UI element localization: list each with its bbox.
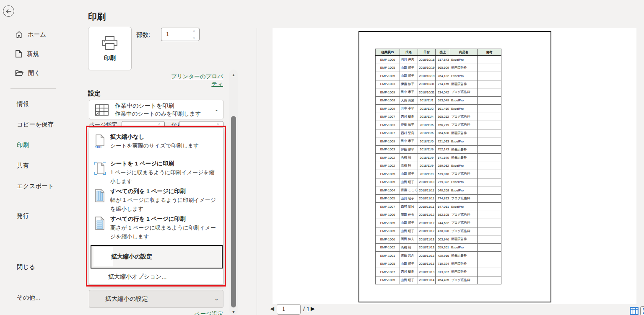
table-row: EMP-1003伊藤 修平2018/11/6156,719ブログ広告枠 bbox=[376, 121, 501, 129]
table-cell: EMP-1005 bbox=[376, 64, 400, 72]
table-cell: 647,051 bbox=[436, 203, 450, 211]
menu-item-scaling-options[interactable]: 拡大縮小オプション... bbox=[89, 271, 223, 283]
page-title: 印刷 bbox=[88, 11, 106, 23]
table-cell: 田中 孝平 bbox=[400, 88, 418, 97]
table-cell bbox=[478, 219, 501, 227]
table-cell: 2018/11/9 bbox=[418, 145, 436, 154]
sidebar-item-save-copy[interactable]: コピーを保存 bbox=[0, 120, 67, 129]
table-cell: ExcelPro bbox=[450, 203, 478, 211]
copies-stepper[interactable]: 1 ⌃ ⌄ bbox=[161, 28, 200, 41]
current-page-input[interactable]: 1 bbox=[277, 304, 301, 315]
copies-decrement-icon[interactable]: ⌄ bbox=[192, 35, 196, 39]
table-cell: EMP-1009 bbox=[376, 88, 400, 97]
sidebar-item-open[interactable]: 開く bbox=[0, 68, 67, 78]
table-row: EMP-1002高橋 翔2018/11/9571,670動画広告枠 bbox=[376, 154, 501, 162]
scaling-dropdown[interactable]: 拡大縮小の設定 ⌄ bbox=[89, 290, 223, 308]
pages-to-increment-icon[interactable]: ⌃ bbox=[216, 123, 220, 127]
scrollbar-up-icon[interactable]: ▲ bbox=[231, 73, 236, 77]
table-cell: 動画広告枠 bbox=[450, 154, 478, 162]
table-cell: 山田 昭子 bbox=[400, 72, 418, 80]
table-cell: EMP-1008 bbox=[376, 96, 400, 105]
pages-to-stepper[interactable]: ⌃ bbox=[179, 121, 223, 127]
table-cell bbox=[478, 121, 501, 129]
table-cell: 動画広告枠 bbox=[450, 260, 478, 268]
scrollbar-down-icon[interactable]: ▼ bbox=[231, 310, 236, 314]
sidebar-item-share[interactable]: 共有 bbox=[0, 161, 67, 170]
sidebar-item-export[interactable]: エクスポート bbox=[0, 181, 67, 191]
table-row: EMP-1009田中 孝平2018/10/31234,542ブログ広告枠 bbox=[376, 88, 501, 97]
printer-properties-link[interactable]: プリンターのプロパティ bbox=[166, 73, 223, 88]
table-cell: 動画広告枠 bbox=[450, 235, 478, 244]
table-cell: ブログ広告枠 bbox=[450, 194, 478, 203]
sidebar-item-home[interactable]: ホーム bbox=[0, 29, 67, 39]
sidebar-item-close[interactable]: 閉じる bbox=[0, 262, 67, 271]
scrollbar-thumb[interactable] bbox=[231, 116, 236, 307]
menu-item-fit-rows[interactable]: すべての行を 1 ページに印刷 高さが 1 ページに収まるように印刷イメージを縮… bbox=[89, 215, 223, 241]
table-header-cell: 商品名 bbox=[450, 49, 478, 56]
show-margins-button[interactable] bbox=[630, 307, 639, 315]
table-cell: EMP-1007 bbox=[376, 113, 400, 121]
sidebar-item-label: 新規 bbox=[27, 50, 39, 58]
back-button[interactable] bbox=[3, 5, 14, 17]
print-what-subtitle: 作業中のシートのみを印刷します bbox=[115, 110, 201, 118]
table-cell: 864,688 bbox=[436, 129, 450, 137]
table-cell: 2018/11/6 bbox=[418, 129, 436, 137]
table-cell: 752,143 bbox=[436, 145, 450, 154]
table-cell: ExcelPro bbox=[450, 186, 478, 195]
table-cell: 571,670 bbox=[436, 154, 450, 162]
table-cell: ブログ広告枠 bbox=[450, 170, 478, 178]
table-cell bbox=[478, 203, 501, 211]
sidebar-item-info[interactable]: 情報 bbox=[0, 99, 67, 108]
table-cell: 2018/11/9 bbox=[418, 154, 436, 162]
table-cell: ブログ広告枠 bbox=[450, 121, 478, 129]
table-row: EMP-1002高橋 翔2018/11/13659,361ExcelPro bbox=[376, 243, 501, 252]
page-setup-link[interactable]: ページ設定 bbox=[166, 310, 223, 315]
table-row: EMP-1001佐藤 賢介2018/11/13420,916動画広告枠 bbox=[376, 252, 501, 260]
table-row: EMP-1004斎藤 こころ2018/11/11640,268ExcelPro bbox=[376, 186, 501, 195]
table-cell: 2018/11/12 bbox=[418, 227, 436, 235]
next-page-icon[interactable]: ▶ bbox=[311, 305, 315, 312]
sidebar-item-publish[interactable]: 発行 bbox=[0, 211, 67, 220]
table-cell: 2018/11/13 bbox=[418, 268, 436, 276]
table-row: EMP-1006岡田 伸夫2018/11/12982,105ブログ広告枠 bbox=[376, 211, 501, 219]
table-cell: EMP-1004 bbox=[376, 186, 400, 195]
table-cell: EMP-1005 bbox=[376, 194, 400, 203]
table-cell: EMP-1005 bbox=[376, 219, 400, 227]
menu-item-fit-sheet[interactable]: シートを 1 ページに印刷 1 ページに収まるように印刷イメージを縮小します bbox=[89, 160, 223, 186]
sidebar-item-new[interactable]: 新規 bbox=[0, 49, 67, 59]
table-cell: 動画広告枠 bbox=[450, 268, 478, 276]
table-cell: 2018/11/11 bbox=[418, 186, 436, 195]
print-what-dropdown[interactable]: 作業中のシートを印刷 作業中のシートのみを印刷します ⌄ bbox=[89, 100, 223, 119]
zoom-to-page-button[interactable] bbox=[640, 306, 644, 315]
page-total-label: / 1 bbox=[303, 306, 310, 312]
previous-page-icon[interactable]: ◀ bbox=[270, 305, 274, 312]
menu-item-custom-scaling-selected[interactable]: 拡大縮小の設定 bbox=[91, 245, 223, 269]
table-cell: EMP-1005 bbox=[376, 227, 400, 235]
table-cell: 2018/11/13 bbox=[418, 252, 436, 260]
table-cell: EMP-1002 bbox=[376, 154, 400, 162]
table-row: EMP-1005山田 昭子2018/11/11774,813ブログ広告枠 bbox=[376, 194, 501, 203]
table-cell: 279,322 bbox=[436, 178, 450, 186]
menu-item-no-scaling[interactable]: 100 拡大縮小なし シートを実際のサイズで印刷します bbox=[89, 133, 223, 150]
table-cell: 西村 堅良 bbox=[400, 113, 418, 121]
table-cell: 高橋 翔 bbox=[400, 243, 418, 252]
scaling-options-menu: 100 拡大縮小なし シートを実際のサイズで印刷します シートを 1 ページに印… bbox=[89, 127, 223, 285]
print-button[interactable]: 印刷 bbox=[88, 27, 132, 70]
table-cell: 2018/10/18 bbox=[418, 56, 436, 64]
table-cell: 503,946 bbox=[436, 235, 450, 244]
table-cell: 田中 孝平 bbox=[400, 137, 418, 146]
menu-item-fit-columns[interactable]: すべての列を 1 ページに印刷 幅が 1 ページに収まるように印刷イメージを縮小… bbox=[89, 187, 223, 213]
pages-from-increment-icon[interactable]: ⌃ bbox=[158, 123, 161, 127]
table-cell bbox=[478, 105, 501, 113]
table-cell: 山田 昭子 bbox=[400, 178, 418, 186]
sidebar-item-more[interactable]: その他... bbox=[0, 293, 67, 302]
table-cell: 伊藤 修平 bbox=[400, 80, 418, 88]
pages-from-stepper[interactable]: ⌃ bbox=[122, 121, 165, 127]
sidebar-item-print[interactable]: 印刷 bbox=[0, 140, 67, 150]
table-cell: 454,405 bbox=[436, 276, 450, 284]
print-preview-page: 従業員ID氏名日付売上商品名備考 EMP-1006岡田 伸夫2018/10/18… bbox=[358, 31, 551, 302]
table-row: EMP-1005山田 昭子2018/11/10279,322ExcelPro bbox=[376, 178, 501, 186]
table-cell: ブログ広告枠 bbox=[450, 227, 478, 235]
copies-increment-icon[interactable]: ⌃ bbox=[192, 30, 196, 34]
show-margins-icon bbox=[630, 307, 639, 315]
